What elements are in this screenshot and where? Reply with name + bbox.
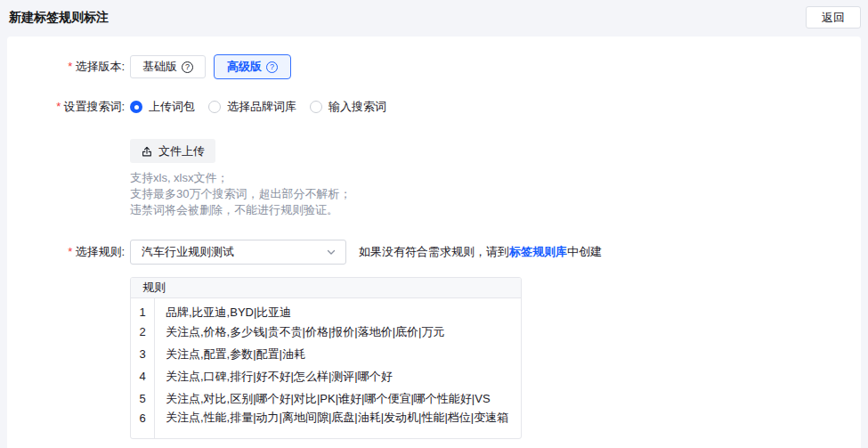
version-options: 基础版 ? 高级版 ? (130, 54, 291, 79)
radio-input-search-words-label: 输入搜索词 (329, 99, 386, 115)
question-icon[interactable]: ? (182, 61, 193, 73)
search-words-radio-group: 上传词包 选择品牌词库 输入搜索词 (130, 94, 386, 119)
table-row: 4 关注点,口碑,排行|好不好|怎么样|测评|哪个好 (131, 365, 521, 387)
rule-hint: 如果没有符合需求规则，请到标签规则库中创建 (359, 244, 602, 260)
radio-unselected-icon (310, 101, 322, 113)
rule-row-content: 关注点,性能,排量|动力|离地间隙|底盘|油耗|发动机|性能|档位|变速箱 (155, 410, 521, 438)
rule-row-index: 3 (131, 343, 155, 365)
version-field: *选择版本: 基础版 ? 高级版 ? (7, 54, 861, 79)
version-label: *选择版本: (7, 54, 125, 79)
required-asterisk: * (68, 60, 72, 73)
chevron-down-icon (326, 247, 337, 257)
rule-row-index: 5 (131, 387, 155, 410)
rule-row-content: 关注点,口碑,排行|好不好|怎么样|测评|哪个好 (155, 365, 521, 387)
back-button[interactable]: 返回 (806, 6, 861, 29)
file-upload-button[interactable]: 文件上传 (130, 139, 215, 163)
radio-upload-word-pack[interactable]: 上传词包 (130, 99, 195, 115)
rule-content: 汽车行业规则测试 如果没有符合需求规则，请到标签规则库中创建 规则 (130, 240, 602, 439)
topbar: 新建标签规则标注 返回 (0, 0, 868, 37)
table-row: 5 关注点,对比,区别|哪个好|对比|PK|谁好|哪个便宜|哪个性能好|VS (131, 387, 521, 410)
rule-row-index: 4 (131, 365, 155, 387)
file-upload-button-label: 文件上传 (158, 143, 205, 159)
version-option-advanced-label: 高级版 (227, 59, 262, 75)
version-option-advanced[interactable]: 高级版 ? (214, 54, 291, 79)
required-asterisk: * (68, 245, 72, 258)
required-asterisk: * (56, 100, 61, 113)
table-row: 3 关注点,配置,参数|配置|油耗 (131, 343, 521, 365)
upload-hints: 支持xls, xlsx文件； 支持最多30万个搜索词，超出部分不解析； 违禁词将… (130, 170, 386, 218)
rule-row-content: 关注点,价格,多少钱|贵不贵|价格|报价|落地价|底价|万元 (155, 321, 521, 343)
search-words-field: *设置搜索词: 上传词包 选择品牌词库 输入搜索词 (7, 94, 861, 218)
upload-hint-line: 支持xls, xlsx文件； (130, 170, 386, 186)
rule-select-line: 汽车行业规则测试 如果没有符合需求规则，请到标签规则库中创建 (130, 240, 602, 265)
table-row: 2 关注点,价格,多少钱|贵不贵|价格|报价|落地价|底价|万元 (131, 321, 521, 343)
rule-label: *选择规则: (7, 240, 125, 265)
rules-table-header: 规则 (131, 278, 521, 298)
radio-brand-lexicon[interactable]: 选择品牌词库 (208, 99, 296, 115)
rule-row-index: 6 (131, 410, 155, 438)
rule-row-content: 关注点,配置,参数|配置|油耗 (155, 343, 521, 365)
search-words-label-text: 设置搜索词: (63, 100, 125, 113)
rules-table: 规则 1 品牌,比亚迪,BYD|比亚迪 2 关注点,价格,多少钱|贵不贵|价格|… (130, 277, 522, 439)
search-words-label: *设置搜索词: (7, 94, 125, 119)
rules-library-link[interactable]: 标签规则库 (509, 245, 567, 258)
upload-hint-line: 支持最多30万个搜索词，超出部分不解析； (130, 186, 386, 202)
radio-upload-word-pack-label: 上传词包 (149, 99, 195, 115)
rule-row-content: 关注点,对比,区别|哪个好|对比|PK|谁好|哪个便宜|哪个性能好|VS (155, 387, 521, 410)
version-label-text: 选择版本: (75, 60, 125, 73)
table-row: 1 品牌,比亚迪,BYD|比亚迪 (131, 298, 521, 321)
rule-field: *选择规则: 汽车行业规则测试 如果没有符合需求规则，请到标签规则库中创建 (7, 240, 861, 439)
rule-hint-suffix: 中创建 (567, 245, 602, 258)
upload-icon (141, 145, 153, 158)
upload-hint-line: 违禁词将会被删除，不能进行规则验证。 (130, 202, 386, 218)
rule-row-index: 1 (131, 298, 155, 321)
search-words-content: 上传词包 选择品牌词库 输入搜索词 (130, 94, 386, 218)
rules-table-header-row: 规则 (131, 278, 521, 298)
radio-brand-lexicon-label: 选择品牌词库 (227, 99, 296, 115)
form-card: *选择版本: 基础版 ? 高级版 ? *设置搜索词: 上传词包 选择品 (7, 37, 861, 448)
radio-input-search-words[interactable]: 输入搜索词 (310, 99, 386, 115)
rule-select-value: 汽车行业规则测试 (142, 244, 326, 260)
rule-row-index: 2 (131, 321, 155, 343)
radio-selected-icon (130, 101, 142, 113)
rule-label-text: 选择规则: (75, 245, 125, 258)
rule-hint-prefix: 如果没有符合需求规则，请到 (359, 245, 509, 258)
radio-unselected-icon (208, 101, 221, 113)
question-icon[interactable]: ? (266, 61, 278, 73)
version-option-basic[interactable]: 基础版 ? (130, 55, 206, 78)
rule-select[interactable]: 汽车行业规则测试 (130, 240, 346, 265)
version-option-basic-label: 基础版 (142, 59, 177, 75)
table-row: 6 关注点,性能,排量|动力|离地间隙|底盘|油耗|发动机|性能|档位|变速箱 (131, 410, 521, 438)
page-title: 新建标签规则标注 (9, 10, 109, 26)
rule-row-content: 品牌,比亚迪,BYD|比亚迪 (155, 298, 521, 321)
